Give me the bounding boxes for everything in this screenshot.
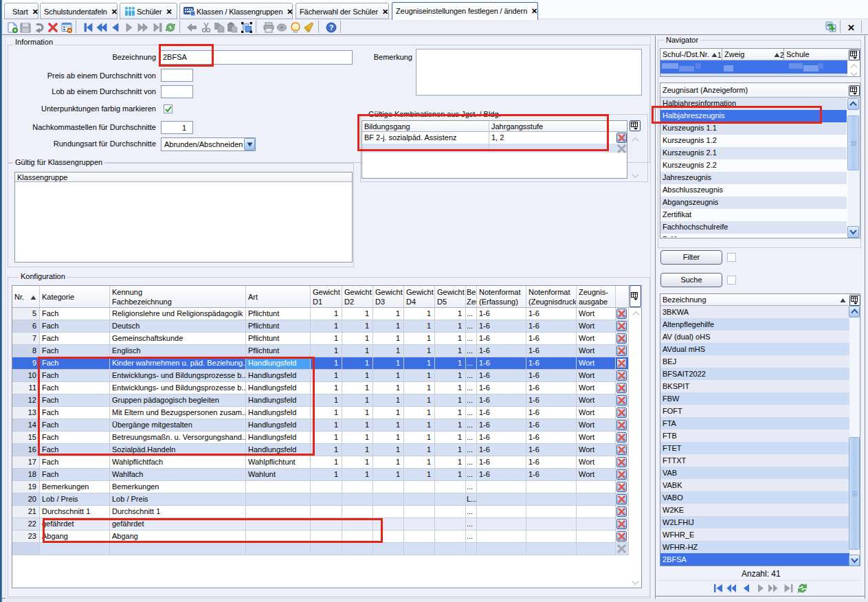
svg-text:?: ? [329,23,334,32]
